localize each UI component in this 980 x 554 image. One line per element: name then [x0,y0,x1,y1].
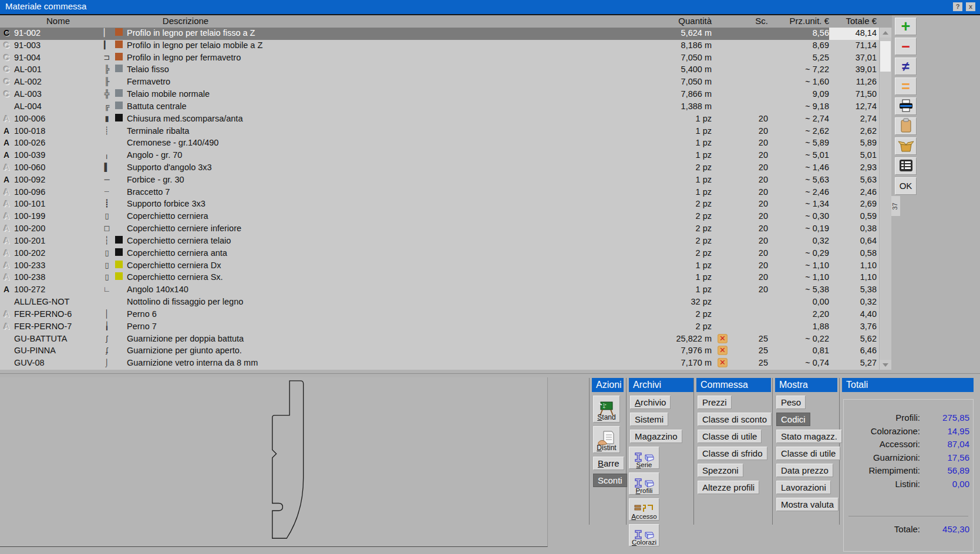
table-row[interactable]: GU-PINNAʄGuarnizione per giunto aperto.7… [0,345,879,357]
table-row[interactable]: AFER-PERNO-6│Perno 62 pz2,204,40 [0,309,879,321]
column-quantita[interactable]: Quantità [617,16,712,26]
add-button[interactable]: + [895,18,917,35]
row-flag: C [4,65,13,74]
table-row[interactable]: A100-272∟Angolo 140x1401 pz20~ 5,385,38 [0,284,879,296]
table-row[interactable]: C91-003▎Profilo in legno per telaio mobi… [0,40,879,52]
order-button[interactable]: Altezze profili [698,481,759,494]
row-quantity: 7,976 m [617,346,712,355]
show-button[interactable]: Codici [776,413,810,426]
show-button[interactable]: Data prezzo [776,464,833,477]
table-row[interactable]: GUV-08⌡Guarnizione vetro interna da 8 mm… [0,357,879,370]
column-przunit[interactable]: Prz.unit. € [775,16,829,26]
archive-button-archivio[interactable]: Archivio [630,396,671,409]
table-row[interactable]: AL-004╔Battuta centrale1,388 m~ 9,1812,7… [0,101,879,113]
table-row[interactable]: A100-092─Forbice - gr. 301 pz20~ 5,635,6… [0,174,879,187]
action-button-stand[interactable]: 1+4-Stand [593,396,620,423]
row-flag: A [4,211,13,221]
column-descrizione[interactable]: Descrizione [127,16,244,26]
column-totale[interactable]: Totale € [834,16,877,26]
action-button-sconti[interactable]: Sconti [593,474,627,487]
table-row[interactable]: A100-039╷Angolo - gr. 701 pz20~ 5,015,01 [0,150,879,162]
table-row[interactable]: A100-060▌Supporto d'angolo 3x32 pz20~ 1,… [0,162,879,174]
show-panel-title: Mostra [775,378,837,392]
order-button[interactable]: Classe di sfrido [698,447,767,460]
color-swatch [115,40,123,48]
table-row[interactable]: A100-201┆Coperchietto cerniera telaio2 p… [0,235,879,248]
panel-divider [772,378,773,525]
row-name: AL-003 [14,89,102,99]
table-row[interactable]: GU-BATTUTAʃGuarnizione per doppia battut… [0,333,879,346]
table-row[interactable]: A100-200◻Coperchietto cerniere inferiore… [0,223,879,235]
print-button[interactable] [895,97,917,115]
row-description: Angolo - gr. 70 [127,150,573,160]
table-row[interactable]: A100-018┊Terminale ribalta1 pz20~ 2,622,… [0,126,879,138]
equal-button[interactable]: = [895,77,917,95]
show-button[interactable]: Peso [776,396,806,409]
archive-button-accesso[interactable]: Accesso [629,498,659,521]
order-button[interactable]: Classe di utile [698,430,762,443]
close-button[interactable]: x [966,2,975,11]
table-row[interactable]: CAL-001╠Telaio fisso5,400 m~ 7,2239,01 [0,64,879,76]
scroll-down-icon[interactable] [880,360,891,370]
table-row[interactable]: A100-202▯Coperchietto cerniera anta2 pz2… [0,248,879,260]
row-discount: 20 [734,285,768,294]
table-row[interactable]: A100-233▯Coperchietto cerniera Dx1 pz20~… [0,260,879,272]
help-button[interactable]: ? [953,2,962,11]
column-nome[interactable]: Nome [14,16,102,26]
order-button[interactable]: Prezzi [698,396,732,409]
package-button[interactable] [895,137,917,155]
row-description: Perno 7 [127,322,573,331]
column-sc[interactable]: Sc. [734,16,768,26]
clipboard-icon [900,126,912,135]
row-flag: A [4,322,13,331]
table-row[interactable]: AFER-PERNO-7╽Perno 72 pz1,883,76 [0,321,879,333]
ok-button[interactable]: OK [895,177,917,195]
row-description: Coperchietto cerniera telaio [127,236,573,245]
profile-preview-pane [0,377,548,547]
row-name: 100-233 [14,261,102,270]
table-row[interactable]: CAL-002╟Fermavetro7,050 m~ 1,6011,26 [0,76,879,89]
vertical-scrollbar[interactable] [880,28,891,370]
row-description: Battuta centrale [127,102,573,111]
show-button[interactable]: Mostra valuta [776,498,838,511]
archive-button-magazzino[interactable]: Magazzino [630,430,682,443]
table-row[interactable]: A100-238▯Coperchietto cerniera Sx.1 pz20… [0,272,879,284]
scroll-up-icon[interactable] [880,28,891,38]
totals-separator [848,516,968,516]
archive-button-sistemi[interactable]: Sistemi [630,413,668,426]
table-row[interactable]: CAL-003╬Telaio mobile normale7,866 m9,09… [0,89,879,101]
archive-button-profili[interactable]: Profili [629,472,659,495]
table-row[interactable]: C91-004⊐Profilo in legno per fermavetro7… [0,52,879,65]
row-flag: C [4,53,13,62]
rod-icon: ┊ [101,126,113,135]
action-button-distint[interactable]: Distint [593,426,620,453]
table-row[interactable]: A100-096┈Braccetto 71 pz20~ 2,462,46 [0,187,879,199]
row-total: 5,38 [834,285,877,294]
action-button-barre[interactable]: Barre [593,457,624,470]
row-name: FER-PERNO-7 [14,322,102,331]
order-button[interactable]: Classe di sconto [698,413,772,426]
row-description: Coperchietto cerniera Sx. [127,272,573,282]
screw-icon: ┋ [101,199,113,208]
table-row[interactable]: C91-002▏Profilo in legno per telaio fiss… [0,28,879,40]
table-row[interactable]: A100-199▯Coperchietto cerniera2 pz20~ 0,… [0,211,879,223]
table-row[interactable]: ALL/LEG-NOTNottolino di fissaggio per le… [0,296,879,309]
not-equal-button[interactable]: ≠ [895,58,917,75]
order-button[interactable]: Spezzoni [698,464,743,477]
remove-button[interactable]: − [895,38,917,55]
table-row[interactable]: A100-006▮Chiusura med.scomparsa/anta1 pz… [0,113,879,126]
show-button[interactable]: Lavorazioni [776,481,831,494]
table-button[interactable] [895,157,917,175]
table-row[interactable]: A100-026Cremonese - gr.140/4901 pz20~ 5,… [0,137,879,150]
row-name: 100-018 [14,126,102,136]
show-button[interactable]: Classe di utile [776,447,840,460]
scrollbar-thumb[interactable] [880,41,891,72]
row-quantity: 25,822 m [617,334,712,343]
clipboard-button[interactable] [895,117,917,135]
row-unit-price: ~ 0,29 [781,248,829,258]
table-row[interactable]: A100-101┋Supporto forbice 3x32 pz20~ 1,3… [0,198,879,211]
archive-button-colorazi[interactable]: Colorazi [629,524,659,546]
archive-button-serie[interactable]: Serie [629,447,659,469]
row-unit-price: ~ 7,22 [781,65,829,74]
show-button[interactable]: Stato magazz. [776,430,842,443]
